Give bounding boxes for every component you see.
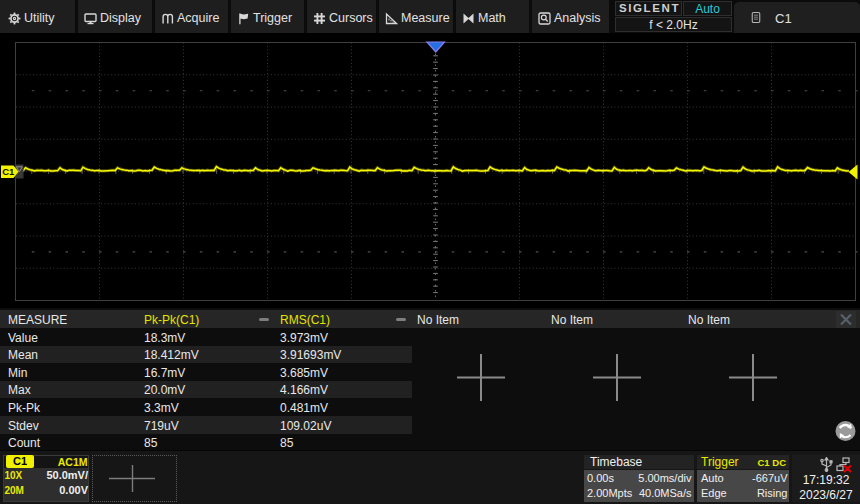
svg-text:C1: C1 — [2, 166, 15, 177]
